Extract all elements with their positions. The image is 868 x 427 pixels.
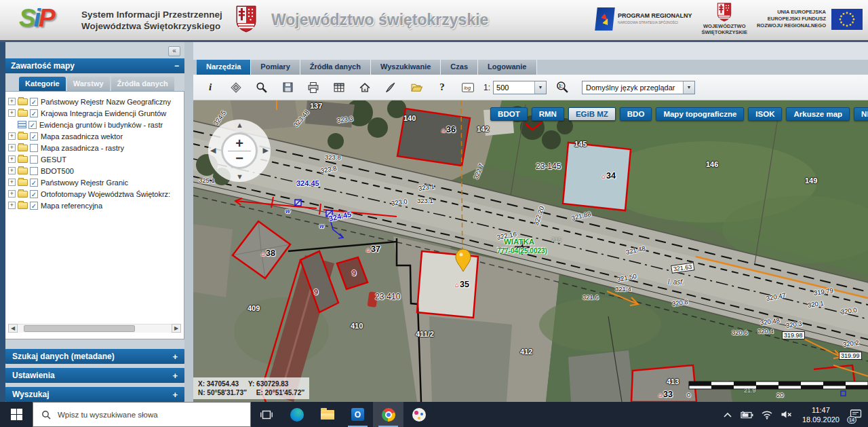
- language-dropdown-icon[interactable]: ▼: [683, 81, 694, 94]
- main-tab-1[interactable]: Narzędzia: [197, 60, 251, 75]
- layer-label[interactable]: Mapa zasadnicza - rastry: [41, 144, 124, 152]
- zoom-out-icon[interactable]: −: [223, 151, 256, 166]
- layer-button-mapy-topograficzne[interactable]: Mapy topograficzne: [656, 107, 744, 121]
- network-status-button[interactable]: [759, 402, 776, 427]
- paint-taskbar-button[interactable]: [403, 402, 434, 427]
- layer-checkbox[interactable]: ✓: [30, 98, 38, 106]
- layer-checkbox[interactable]: [30, 144, 38, 152]
- zoom-disc[interactable]: + −: [221, 132, 258, 169]
- layer-checkbox[interactable]: ✓: [30, 202, 38, 210]
- scroll-left-icon[interactable]: ◀: [8, 324, 18, 333]
- layer-checkbox[interactable]: ✓: [30, 190, 38, 198]
- layer-label[interactable]: Mapa referencyjna: [41, 202, 102, 210]
- identify-info-button[interactable]: i: [200, 79, 220, 96]
- main-tab-2[interactable]: Pomiary: [251, 60, 300, 75]
- main-tab-3[interactable]: Źródła danych: [300, 60, 371, 75]
- log-button[interactable]: log: [458, 79, 478, 96]
- task-view-button[interactable]: [251, 402, 281, 427]
- scale-dropdown-icon[interactable]: ▼: [534, 81, 546, 94]
- map-navigation-control[interactable]: ▲ ▼ ◀ ▶ + −: [208, 119, 271, 182]
- expand-plus-icon[interactable]: +: [172, 390, 178, 400]
- layer-label[interactable]: Mapa zasadnicza wektor: [41, 132, 123, 141]
- layer-checkbox[interactable]: ✓: [30, 109, 38, 117]
- map-content-panel-header[interactable]: Zawartość mapy −: [5, 58, 184, 73]
- scroll-right-icon[interactable]: ▶: [172, 324, 181, 333]
- action-center-button[interactable]: 14: [846, 402, 865, 427]
- zoom-to-scale-button[interactable]: 1:: [552, 79, 572, 96]
- expand-icon[interactable]: +: [8, 179, 16, 186]
- layer-button-nmt[interactable]: NMT: [854, 107, 868, 121]
- layer-button-isok[interactable]: ISOK: [748, 107, 782, 121]
- layer-label[interactable]: Ewidencja gruntów i budynków - rastr: [39, 121, 163, 129]
- scrollbar-thumb[interactable]: [24, 325, 134, 332]
- tree-horizontal-scrollbar[interactable]: ◀ ▶: [8, 323, 181, 333]
- tray-overflow-button[interactable]: [719, 402, 736, 427]
- scale-combobox[interactable]: ▼: [493, 81, 547, 94]
- layer-label[interactable]: BDOT500: [41, 167, 74, 175]
- scrollbar-track[interactable]: [18, 324, 172, 333]
- layer-button-bdo[interactable]: BDO: [620, 107, 652, 121]
- layer-checkbox[interactable]: [30, 155, 38, 164]
- layer-checkbox[interactable]: [30, 167, 38, 175]
- pan-east-icon[interactable]: ▶: [263, 146, 269, 155]
- sidebar-tab-1[interactable]: Kategorie: [19, 77, 66, 91]
- taskbar-search-input[interactable]: Wpisz tu wyszukiwane słowa: [33, 402, 251, 427]
- layer-checkbox[interactable]: ✓: [30, 179, 38, 187]
- help-button[interactable]: ?: [432, 79, 452, 96]
- sidebar-tab-3[interactable]: Źródła danych: [111, 77, 174, 91]
- home-extent-button[interactable]: [355, 79, 375, 96]
- layers-identify-button[interactable]: [226, 79, 246, 96]
- save-button[interactable]: [277, 79, 298, 96]
- layer-checkbox[interactable]: ✓: [28, 121, 37, 129]
- file-explorer-taskbar-button[interactable]: [312, 402, 342, 427]
- clock[interactable]: 11:47 18.09.2020: [798, 405, 844, 424]
- expand-icon[interactable]: +: [8, 132, 16, 140]
- expand-icon[interactable]: +: [8, 167, 16, 174]
- scale-input[interactable]: [494, 83, 534, 92]
- pan-north-icon[interactable]: ▲: [236, 121, 243, 129]
- expand-plus-icon[interactable]: +: [172, 371, 178, 381]
- layer-checkbox[interactable]: ✓: [30, 132, 38, 141]
- battery-status-button[interactable]: [739, 402, 756, 427]
- expand-icon[interactable]: +: [8, 109, 16, 117]
- pan-west-icon[interactable]: ◀: [210, 146, 216, 155]
- zoom-in-icon[interactable]: +: [223, 136, 256, 151]
- accordion-1[interactable]: Szukaj danych (metadane)+: [5, 349, 184, 364]
- layer-label[interactable]: Krajowa Integracja Ewidencji Gruntów: [41, 109, 166, 117]
- outlook-taskbar-button[interactable]: O: [342, 402, 373, 427]
- language-select[interactable]: Domyślny język przeglądar ▼: [582, 81, 695, 94]
- sidebar-tab-2[interactable]: Warstwy: [67, 77, 110, 91]
- main-tab-5[interactable]: Czas: [441, 60, 478, 75]
- expand-icon[interactable]: +: [8, 144, 16, 151]
- accordion-3[interactable]: Wyszukaj+: [5, 387, 184, 402]
- expand-icon[interactable]: +: [8, 190, 16, 198]
- expand-icon[interactable]: +: [8, 202, 16, 209]
- zoom-button[interactable]: [252, 79, 272, 96]
- pan-south-icon[interactable]: ▼: [236, 172, 243, 181]
- chrome-taskbar-button[interactable]: [373, 402, 403, 427]
- edge-taskbar-button[interactable]: [281, 402, 312, 427]
- expand-plus-icon[interactable]: +: [172, 352, 178, 362]
- attribute-table-button[interactable]: [329, 79, 349, 96]
- open-project-button[interactable]: [406, 79, 427, 96]
- layer-button-bdot[interactable]: BDOT: [490, 107, 528, 121]
- layer-button-rmn[interactable]: RMN: [532, 107, 564, 121]
- expand-icon[interactable]: +: [8, 155, 16, 163]
- layer-label[interactable]: Państwowy Rejestr Nazw Geograficzny: [41, 98, 171, 106]
- layer-label[interactable]: GESUT: [41, 155, 66, 164]
- map-viewport[interactable]: 137140142⌂36323.3323.48324.5325.1323.832…: [193, 100, 868, 402]
- layer-button-egib-mz[interactable]: EGiB MZ: [568, 107, 616, 121]
- start-button[interactable]: [0, 402, 33, 427]
- sidebar-collapse-button[interactable]: «: [168, 46, 180, 56]
- main-tab-6[interactable]: Logowanie: [478, 60, 536, 75]
- print-button[interactable]: [303, 79, 323, 96]
- accordion-2[interactable]: Ustawienia+: [5, 368, 184, 383]
- volume-status-button[interactable]: [778, 402, 795, 427]
- layer-label[interactable]: Ortofotomapy Województwa Świętokrz:: [41, 190, 170, 198]
- expand-icon[interactable]: +: [8, 98, 16, 105]
- draw-attach-button[interactable]: [380, 79, 401, 96]
- layer-label[interactable]: Państwowy Rejestr Granic: [41, 179, 128, 187]
- minimize-icon[interactable]: −: [174, 61, 179, 71]
- main-tab-4[interactable]: Wyszukiwanie: [371, 60, 441, 75]
- layer-button-arkusze-map[interactable]: Arkusze map: [786, 107, 850, 121]
